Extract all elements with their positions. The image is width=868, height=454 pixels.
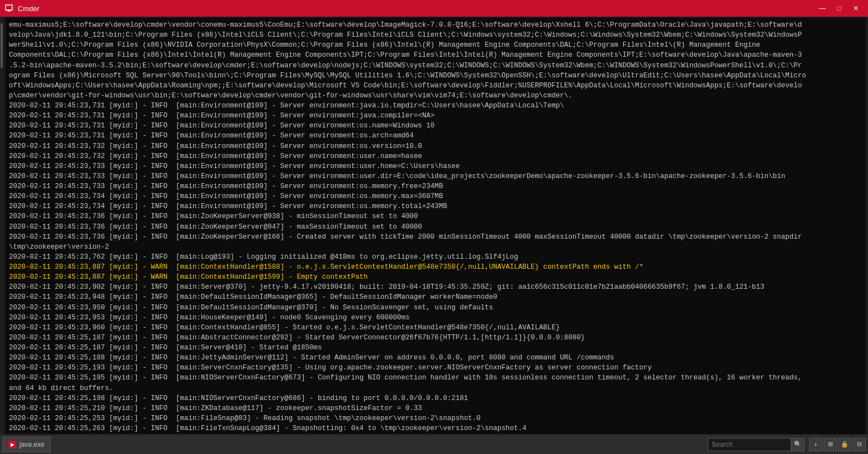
- terminal[interactable]: emu-maximus5;E:\software\develop\cmder\v…: [6, 18, 866, 434]
- terminal-line: 2020-02-11 20:45:23,762 [myid:] - INFO […: [9, 252, 862, 262]
- terminal-line: werShell\v1.0\;C:\Program Files (x86)\NV…: [9, 40, 862, 50]
- terminal-line: oft\WindowsApps;C:\Users\hasee\AppData\R…: [9, 81, 862, 91]
- search-input[interactable]: [708, 438, 791, 451]
- terminal-line: 2020-02-11 20:45:23,887 [myid:] - WARN […: [9, 262, 862, 272]
- title-bar-left: Cmder: [4, 4, 40, 13]
- terminal-line: 2020-02-11 20:45:23,733 [myid:] - INFO […: [9, 161, 862, 171]
- terminal-line: 2020-02-11 20:45:23,731 [myid:] - INFO […: [9, 131, 862, 141]
- terminal-line: 2020-02-11 20:45:23,731 [myid:] - INFO […: [9, 101, 862, 111]
- terminal-line: 2020-02-11 20:45:23,736 [myid:] - INFO […: [9, 211, 862, 221]
- terminal-wrapper: emu-maximus5;E:\software\develop\cmder\v…: [0, 17, 868, 434]
- terminal-line: p\cmder\vendor\git-for-windows\usr\bin;E…: [9, 91, 862, 101]
- terminal-line: .5.2-bin\apache-maven-3.5.2\bin;E:\softw…: [9, 61, 862, 71]
- terminal-line: Components\DAL;C:\Program Files (x86)\In…: [9, 50, 862, 60]
- minimize-button[interactable]: —: [815, 2, 830, 15]
- split-button[interactable]: ⊞: [823, 438, 837, 451]
- window-controls: — □ ✕: [815, 2, 864, 15]
- terminal-line: 2020-02-11 20:45:23,733 [myid:] - INFO […: [9, 171, 862, 181]
- terminal-line: 2020-02-11 20:45:25,195 [myid:] - INFO […: [9, 373, 862, 383]
- taskbar-item-java[interactable]: ▶ java.exe: [2, 437, 51, 452]
- terminal-line: 2020-02-11 20:45:23,734 [myid:] - INFO […: [9, 191, 862, 201]
- maximize-button[interactable]: □: [831, 2, 847, 15]
- terminal-content: emu-maximus5;E:\software\develop\cmder\v…: [3, 17, 868, 434]
- terminal-line: 2020-02-11 20:45:23,948 [myid:] - INFO […: [9, 292, 862, 302]
- svg-rect-0: [6, 5, 12, 10]
- lock-button[interactable]: 🔒: [838, 438, 851, 451]
- terminal-line: ogram Files (x86)\Microsoft SQL Server\9…: [9, 71, 862, 81]
- terminal-line: 2020-02-11 20:45:25,187 [myid:] - INFO […: [9, 343, 862, 353]
- terminal-line: 2020-02-11 20:45:23,902 [myid:] - INFO […: [9, 282, 862, 292]
- taskbar-search: 🔍: [708, 438, 805, 451]
- title-bar: Cmder — □ ✕: [0, 0, 868, 17]
- terminal-line: 2020-02-11 20:45:25,198 [myid:] - INFO […: [9, 393, 862, 403]
- terminal-line: 2020-02-11 20:45:23,950 [myid:] - INFO […: [9, 303, 862, 313]
- terminal-line: 2020-02-11 20:45:25,188 [myid:] - INFO […: [9, 353, 862, 363]
- terminal-line: 2020-02-11 20:45:25,263 [myid:] - INFO […: [9, 423, 862, 433]
- terminal-line: 2020-02-11 20:45:23,732 [myid:] - INFO […: [9, 141, 862, 151]
- terminal-line: 2020-02-11 20:45:23,731 [myid:] - INFO […: [9, 111, 862, 121]
- terminal-line: 2020-02-11 20:45:25,193 [myid:] - INFO […: [9, 363, 862, 373]
- taskbar: ▶ java.exe 🔍 + ⊞ 🔒 ⊟: [0, 434, 868, 454]
- terminal-line: \tmp\zookeeper\version-2: [9, 242, 862, 252]
- add-tab-button[interactable]: +: [809, 438, 822, 451]
- grid-button[interactable]: ⊟: [852, 438, 866, 451]
- terminal-line: 2020-02-11 20:45:23,732 [myid:] - INFO […: [9, 151, 862, 161]
- terminal-line: 2020-02-11 20:45:23,731 [myid:] - INFO […: [9, 121, 862, 131]
- terminal-line: emu-maximus5;E:\software\develop\cmder\v…: [9, 20, 862, 30]
- scrollbar-thumb[interactable]: [1, 23, 3, 68]
- terminal-line: 2020-02-11 20:45:23,960 [myid:] - INFO […: [9, 323, 862, 333]
- terminal-line: 2020-02-11 20:45:23,887 [myid:] - WARN […: [9, 272, 862, 282]
- terminal-line: 2020-02-11 20:45:23,734 [myid:] - INFO […: [9, 201, 862, 211]
- terminal-line: 2020-02-11 20:45:23,736 [myid:] - INFO […: [9, 222, 862, 232]
- taskbar-item-label: java.exe: [19, 441, 45, 448]
- close-button[interactable]: ✕: [848, 2, 864, 15]
- terminal-line: 2020-02-11 20:45:25,210 [myid:] - INFO […: [9, 403, 862, 413]
- terminal-line: 2020-02-11 20:45:25,278 [myid:] - INFO […: [9, 433, 862, 434]
- terminal-line: and 64 kb direct buffers.: [9, 383, 862, 393]
- terminal-line: 2020-02-11 20:45:25,253 [myid:] - INFO […: [9, 413, 862, 423]
- taskbar-actions: + ⊞ 🔒 ⊟: [809, 438, 866, 451]
- terminal-line: 2020-02-11 20:45:23,953 [myid:] - INFO […: [9, 313, 862, 323]
- terminal-line: 2020-02-11 20:45:25,187 [myid:] - INFO […: [9, 333, 862, 343]
- terminal-line: 2020-02-11 20:45:23,733 [myid:] - INFO […: [9, 181, 862, 191]
- cmder-icon: [4, 4, 13, 13]
- search-button[interactable]: 🔍: [791, 438, 805, 451]
- terminal-line: velop\Java\jdk1.8.0_121\bin;C:\Program F…: [9, 30, 862, 40]
- app-title: Cmder: [18, 4, 40, 13]
- java-icon: ▶: [8, 441, 16, 448]
- terminal-line: 2020-02-11 20:45:23,736 [myid:] - INFO […: [9, 232, 862, 242]
